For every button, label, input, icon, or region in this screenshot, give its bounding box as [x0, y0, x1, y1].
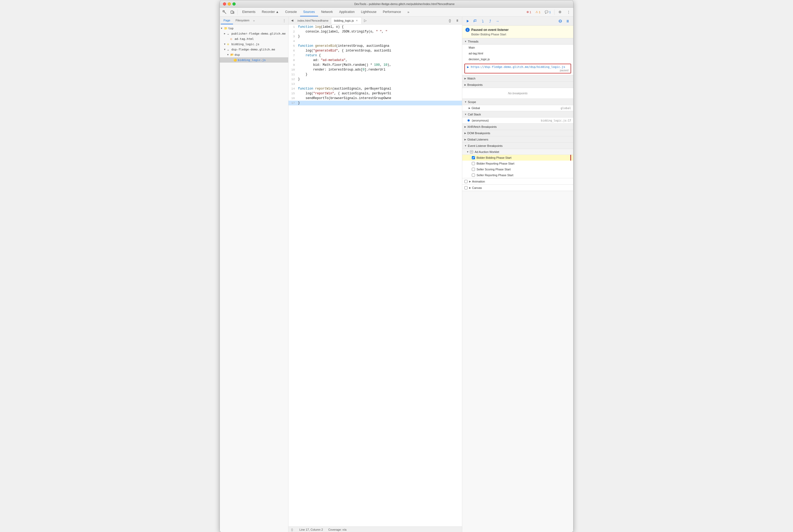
editor-tab-index[interactable]: index.html?fencedframe	[295, 17, 331, 24]
animation-checkbox[interactable]	[465, 180, 468, 183]
cloud-icon-publisher: ☁	[227, 32, 231, 35]
panel-actions: ⋮	[281, 18, 287, 23]
tree-item-publisher[interactable]: ▶ ☁ publisher-fledge-demo.glitch.me	[220, 31, 288, 36]
tab-performance[interactable]: Performance	[380, 8, 404, 16]
pause-on-exception-button[interactable]: ⏸	[564, 18, 571, 24]
warning-badge[interactable]: ⚠ 1	[534, 10, 542, 14]
canvas-label: Canvas	[472, 186, 482, 189]
tree-item-dsp-folder[interactable]: ▼ 📂 dsp	[220, 52, 288, 57]
step-out-button[interactable]: ⤴	[487, 18, 493, 24]
event-seller-scoring-phase[interactable]: Seller Scoring Phase Start	[462, 166, 573, 172]
panel-tab-filesystem[interactable]: Filesystem	[233, 17, 252, 24]
paused-notice: i Paused on event listener Bidder Biddin…	[462, 26, 573, 38]
bidder-bidding-phase-checkbox[interactable]	[472, 156, 475, 159]
watch-section-header[interactable]: ▶ Watch	[462, 75, 573, 82]
code-line-16: 16 sendReportTo(browserSignals.interestG…	[288, 96, 462, 101]
close-button[interactable]	[223, 2, 226, 5]
editor-pretty-print-button[interactable]: {}	[446, 17, 454, 24]
seller-scoring-phase-checkbox[interactable]	[472, 168, 475, 171]
scope-section-header[interactable]: ▼ Scope	[462, 99, 573, 105]
thread-label-main: Main	[469, 46, 475, 49]
traffic-lights	[223, 2, 235, 5]
callstack-item-anonymous[interactable]: (anonymous) bidding_logic.js:17	[462, 117, 573, 124]
seller-reporting-phase-checkbox[interactable]	[472, 174, 475, 177]
canvas-checkbox[interactable]	[465, 186, 468, 189]
step-into-button[interactable]: ⤵	[479, 18, 486, 24]
xhr-section-header[interactable]: ▶ XHR/fetch Breakpoints	[462, 124, 573, 130]
editor-tab-more-button[interactable]: ▷	[363, 18, 368, 23]
thread-item-bidding-highlighted[interactable]: ▶ https://dsp-fledge-demo.glitch.me/dsp/…	[465, 64, 571, 73]
panel-tab-bar: Page Filesystem » ⋮	[220, 17, 288, 24]
ad-auction-worklet-header[interactable]: ▼ Ad Auction Worklet	[462, 149, 573, 155]
event-bidder-bidding-phase[interactable]: Bidder Bidding Phase Start	[462, 155, 573, 160]
ad-auction-arrow-icon: ▼	[467, 151, 469, 153]
editor-tab-bidding[interactable]: bidding_logic.js ✕	[331, 17, 361, 24]
tab-lighthouse[interactable]: Lighthouse	[358, 8, 380, 16]
scope-item-arrow: ▶	[469, 107, 470, 109]
tab-sources[interactable]: Sources	[300, 8, 318, 16]
tree-item-ad-tag[interactable]: ◻ ad-tag.html	[220, 36, 288, 41]
error-badge[interactable]: ⊗ 1	[525, 10, 533, 14]
dom-section-header[interactable]: ▶ DOM Breakpoints	[462, 130, 573, 136]
tab-elements[interactable]: Elements	[239, 8, 259, 16]
tree-item-top[interactable]: ▼ 📁 top	[220, 26, 288, 31]
canvas-section-header[interactable]: ▶ Canvas	[462, 185, 573, 191]
editor-tab-close-button[interactable]: ✕	[355, 19, 359, 22]
scope-item-global[interactable]: ▶ Global global	[462, 105, 573, 111]
breakpoints-section-header[interactable]: ▶ Breakpoints	[462, 82, 573, 88]
callstack-item-name: (anonymous)	[472, 119, 541, 122]
svg-rect-0	[223, 11, 224, 12]
settings-button[interactable]: ⚙	[556, 8, 564, 16]
code-line-15: 15 log("reportWin", { auctionSignals, pe…	[288, 91, 462, 96]
xhr-arrow-icon: ▶	[465, 126, 466, 128]
more-tabs-button[interactable]: »	[405, 8, 412, 16]
panel-tab-page[interactable]: Page	[221, 17, 233, 24]
event-bidder-reporting-phase[interactable]: Bidder Reporting Phase Start	[462, 160, 573, 166]
thread-item-decision-logic[interactable]: decision_logic.js	[462, 56, 573, 62]
editor-pause-recording-button[interactable]: ⏸	[454, 17, 461, 24]
device-toggle-button[interactable]	[229, 8, 236, 16]
event-listener-content: ▼ Ad Auction Worklet Bidder Bidding Phas…	[462, 149, 573, 178]
bidder-reporting-phase-checkbox[interactable]	[472, 162, 475, 165]
deactivate-breakpoints-button[interactable]	[557, 18, 564, 24]
svg-line-1	[224, 12, 226, 14]
tree-item-dsp-domain[interactable]: ▼ ☁ dsp-fledge-demo.glitch.me	[220, 47, 288, 52]
code-line-13: 13	[288, 82, 462, 87]
threads-section-header[interactable]: ▼ Threads	[462, 38, 573, 45]
resume-button[interactable]	[465, 18, 471, 24]
global-listeners-section-header[interactable]: ▶ Global Listeners	[462, 136, 573, 142]
animation-section-header[interactable]: ▶ Animation	[462, 178, 573, 185]
message-badge[interactable]: 💬 1	[543, 10, 552, 14]
inspect-element-button[interactable]	[221, 8, 228, 16]
thread-item-ad-tag[interactable]: ad-tag.html	[462, 51, 573, 56]
minimize-button[interactable]	[228, 2, 231, 5]
code-line-1: 1 function log(label, o) {	[288, 24, 462, 29]
code-line-9: 9 bid: Math.floor(Math.random() * 100, 1…	[288, 63, 462, 68]
panel-tab-more-icon[interactable]: »	[253, 19, 254, 22]
thread-item-main[interactable]: Main	[462, 45, 573, 51]
event-listener-section-header[interactable]: ▼ Event Listener Breakpoints	[462, 142, 573, 149]
event-seller-reporting-phase[interactable]: Seller Reporting Phase Start	[462, 172, 573, 178]
tab-network[interactable]: Network	[318, 8, 336, 16]
editor-tab-prev[interactable]: ◀	[289, 18, 295, 23]
code-line-6: 6 log("generateBid", { interestGroup, au…	[288, 48, 462, 53]
callstack-section-header[interactable]: ▼ Call Stack	[462, 111, 573, 117]
animation-label: Animation	[472, 180, 485, 183]
maximize-button[interactable]	[232, 2, 235, 5]
status-line-col: Line 17, Column 2	[299, 528, 323, 531]
panel-sync-button[interactable]: ⋮	[281, 18, 287, 23]
tab-recorder[interactable]: Recorder ▲	[259, 8, 282, 16]
tab-console[interactable]: Console	[282, 8, 300, 16]
tab-application[interactable]: Application	[336, 8, 358, 16]
seller-scoring-phase-label: Seller Scoring Phase Start	[476, 168, 511, 171]
error-count: 1	[530, 11, 531, 14]
ad-auction-checkbox[interactable]	[470, 150, 473, 153]
tree-item-bidding-pub[interactable]: ▼ ⚙ bidding_logic.js	[220, 41, 288, 47]
tree-item-bidding-dsp[interactable]: 🟡 bidding_logic.js	[220, 57, 288, 63]
tree-label-dsp-domain: dsp-fledge-demo.glitch.me	[231, 48, 275, 51]
svg-rect-2	[231, 11, 233, 14]
step-over-button[interactable]	[472, 18, 479, 24]
pretty-print-icon: {}	[291, 528, 293, 531]
more-options-button[interactable]: ⋮	[565, 8, 572, 16]
step-button[interactable]: →	[494, 18, 501, 24]
